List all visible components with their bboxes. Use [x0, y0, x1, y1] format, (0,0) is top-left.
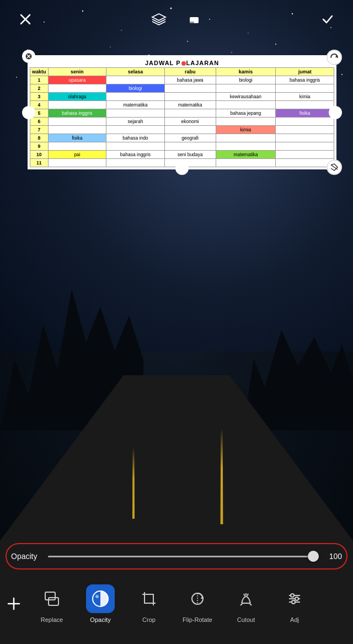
table-row: 8 fisika bahasa indo geografi — [30, 134, 334, 142]
table-row: 3 olahraga kewirausahaan kimia — [30, 93, 334, 101]
crop-label: Crop — [142, 616, 156, 623]
tool-flip-rotate[interactable]: Flip-Rotate — [173, 576, 222, 631]
svg-point-10 — [110, 46, 111, 47]
header-waktu: waktu — [30, 68, 49, 76]
svg-point-33 — [327, 50, 341, 65]
svg-rect-43 — [145, 594, 153, 603]
opacity-tool-label: Opacity — [90, 616, 110, 623]
svg-point-42 — [100, 600, 103, 602]
tool-crop[interactable]: Crop — [125, 576, 173, 631]
schedule-border: JADWAL PLAJARAN waktu senin selasa rabu … — [28, 55, 336, 169]
opacity-slider[interactable] — [48, 556, 319, 557]
handle-bot-right[interactable] — [327, 159, 342, 175]
bottom-panel: Opacity 100 Replace — [0, 541, 353, 644]
adj-icon-wrap — [280, 584, 309, 613]
svg-point-57 — [295, 597, 298, 600]
svg-rect-38 — [45, 592, 55, 600]
tools-row: Replace Opacity — [0, 572, 353, 644]
schedule-title: JADWAL PLAJARAN — [30, 57, 334, 67]
header-rabu: rabu — [164, 68, 216, 76]
cutout-label: Cutout — [237, 616, 255, 623]
table-row: 4 matematika matematika — [30, 101, 334, 109]
svg-point-56 — [291, 594, 294, 597]
table-row: 1 upasara bahasa jawa biologi bahasa ing… — [30, 76, 334, 84]
confirm-button[interactable] — [315, 7, 340, 31]
layers-button[interactable] — [147, 7, 171, 31]
svg-point-13 — [231, 52, 232, 53]
add-layer-button[interactable] — [0, 576, 28, 631]
handle-bot-mid[interactable] — [175, 162, 189, 175]
crop-icon-wrap — [135, 584, 163, 613]
schedule-overlay[interactable]: JADWAL PLAJARAN waktu senin selasa rabu … — [28, 55, 336, 169]
adj-icon — [286, 590, 303, 608]
svg-line-51 — [247, 594, 248, 596]
road-line-left — [132, 448, 135, 519]
slider-thumb[interactable] — [308, 551, 319, 562]
tool-cutout[interactable]: Cutout — [222, 576, 270, 631]
opacity-label: Opacity — [11, 552, 41, 561]
flip-rotate-label: Flip-Rotate — [183, 616, 212, 623]
svg-marker-27 — [152, 14, 165, 20]
schedule-table: waktu senin selasa rabu kamis jumat 1 up… — [30, 67, 334, 167]
replace-icon-wrap — [38, 584, 66, 613]
eraser-button[interactable] — [182, 7, 206, 31]
svg-point-12 — [187, 41, 188, 42]
svg-line-52 — [244, 594, 245, 596]
tool-adj[interactable]: Adj — [270, 576, 319, 631]
close-button[interactable] — [13, 7, 38, 31]
cutout-icon — [237, 590, 255, 608]
svg-point-41 — [95, 595, 99, 598]
opacity-value: 100 — [325, 552, 342, 561]
crop-icon — [140, 590, 158, 608]
stars — [0, 0, 353, 353]
handle-mid-right[interactable] — [329, 106, 342, 119]
svg-point-58 — [292, 600, 295, 604]
header-kamis: kamis — [216, 68, 276, 76]
cutout-icon-wrap — [232, 584, 260, 613]
table-row: 10 pai bahasa inggris seni budaya matema… — [30, 151, 334, 159]
svg-rect-39 — [49, 598, 58, 605]
svg-point-16 — [16, 77, 17, 78]
table-row: 5 bahasa inggris bahasa jepang fisika — [30, 109, 334, 118]
handle-top-left[interactable] — [22, 50, 35, 63]
header-selasa: selasa — [106, 68, 165, 76]
road-line-right — [221, 429, 223, 524]
table-row: 7 kimia — [30, 126, 334, 134]
opacity-icon-wrap — [86, 584, 115, 613]
table-row: 9 — [30, 142, 334, 151]
tool-replace[interactable]: Replace — [28, 576, 76, 631]
table-row: 6 sejarah ekonomi — [30, 118, 334, 126]
handle-mid-left[interactable] — [22, 106, 35, 119]
svg-point-14 — [275, 44, 276, 45]
replace-icon — [43, 590, 61, 608]
opacity-icon — [90, 589, 110, 609]
slider-fill — [48, 556, 308, 557]
svg-rect-29 — [190, 22, 194, 23]
replace-label: Replace — [41, 616, 63, 623]
table-row: 2 biologi — [30, 84, 334, 93]
adj-label: Adj — [290, 616, 299, 623]
tool-opacity[interactable]: Opacity — [76, 576, 125, 631]
svg-point-21 — [341, 74, 343, 75]
top-toolbar — [0, 0, 353, 39]
header-senin: senin — [48, 68, 106, 76]
header-jumat: jumat — [276, 68, 334, 76]
handle-top-right[interactable] — [327, 50, 342, 65]
flip-rotate-icon-wrap — [183, 584, 212, 613]
flip-rotate-icon — [189, 590, 206, 608]
opacity-row: Opacity 100 — [0, 541, 353, 572]
